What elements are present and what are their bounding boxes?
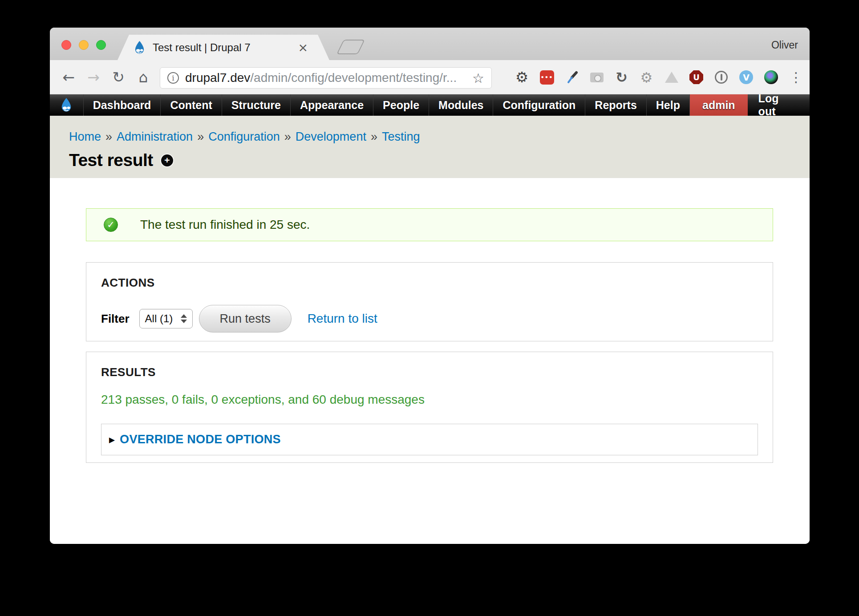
select-arrows-icon	[181, 314, 187, 323]
run-tests-button[interactable]: Run tests	[199, 305, 292, 332]
profile-name[interactable]: Oliver	[771, 39, 798, 51]
drupal-favicon-icon	[134, 41, 146, 54]
minimize-window-button[interactable]	[79, 40, 89, 50]
breadcrumb-development[interactable]: Development	[296, 130, 366, 143]
toolbar-item-reports[interactable]: Reports	[585, 94, 646, 116]
desktop-background: Test result | Drupal 7 × Oliver ← → ↻ ⌂ …	[0, 0, 859, 616]
eyedropper-icon[interactable]	[564, 70, 579, 85]
actions-fieldset: ACTIONS Filter All (1) Run tests Return …	[86, 262, 773, 341]
breadcrumb-home[interactable]: Home	[69, 130, 101, 143]
results-legend: RESULTS	[101, 365, 758, 379]
title-row: Test result +	[69, 150, 173, 170]
window-controls	[61, 40, 106, 50]
tab-strip: Test result | Drupal 7 × Oliver	[50, 28, 810, 60]
drupal-logo-icon[interactable]	[50, 94, 84, 116]
toolbar-logout[interactable]: Log out	[748, 94, 810, 116]
red-dots-badge: •••	[540, 70, 554, 85]
gear-wheel-icon[interactable]: ⚙	[639, 70, 654, 85]
drupal-admin-toolbar: Dashboard Content Structure Appearance P…	[50, 94, 810, 116]
camera-icon[interactable]	[589, 70, 604, 85]
main-content: ✓ The test run finished in 25 sec. ACTIO…	[50, 178, 810, 544]
override-node-options-link[interactable]: OVERRIDE NODE OPTIONS	[120, 433, 281, 446]
bookmark-star-icon[interactable]: ☆	[472, 70, 484, 86]
toolbar-item-appearance[interactable]: Appearance	[291, 94, 373, 116]
filter-select-value: All (1)	[145, 312, 181, 325]
new-tab-button[interactable]	[336, 40, 365, 54]
page-title: Test result	[69, 150, 153, 170]
status-message: ✓ The test run finished in 25 sec.	[86, 208, 773, 241]
toolbar-item-help[interactable]: Help	[647, 94, 690, 116]
results-fieldset: RESULTS 213 passes, 0 fails, 0 exception…	[86, 352, 773, 463]
toolbar-item-content[interactable]: Content	[161, 94, 222, 116]
reload-icon[interactable]: ↻	[110, 69, 126, 86]
collapsed-triangle-icon: ▶	[109, 435, 115, 444]
zoom-window-button[interactable]	[96, 40, 106, 50]
gear-icon[interactable]: ⚙	[515, 70, 529, 85]
breadcrumb-configuration[interactable]: Configuration	[208, 130, 280, 143]
tab-close-icon[interactable]: ×	[298, 41, 308, 54]
tab-title: Test result | Drupal 7	[153, 41, 298, 54]
toolbar-user-admin[interactable]: admin	[690, 94, 748, 116]
address-bar[interactable]: i drupal7.dev/admin/config/development/t…	[160, 67, 492, 89]
actions-row: Filter All (1) Run tests Return to list	[101, 305, 758, 332]
return-to-list-link[interactable]: Return to list	[308, 312, 377, 326]
browser-tab[interactable]: Test result | Drupal 7 ×	[118, 35, 329, 60]
toolbar-item-people[interactable]: People	[373, 94, 429, 116]
success-check-icon: ✓	[104, 218, 118, 232]
nav-buttons: ← → ↻ ⌂	[61, 60, 151, 94]
extensions-row: ⚙ ••• ↻ ⚙ U V ⋮	[515, 60, 803, 94]
url-path: /admin/config/development/testing/r...	[250, 71, 457, 85]
results-summary: 213 passes, 0 fails, 0 exceptions, and 6…	[101, 393, 758, 407]
close-window-button[interactable]	[61, 40, 71, 50]
status-message-text: The test run finished in 25 sec.	[140, 218, 310, 232]
sync-icon[interactable]: ↻	[614, 70, 629, 85]
actions-legend: ACTIONS	[101, 276, 758, 290]
breadcrumb-testing[interactable]: Testing	[382, 130, 420, 143]
filter-select[interactable]: All (1)	[139, 309, 193, 328]
url-host: drupal7.dev	[185, 71, 250, 85]
filter-label: Filter	[101, 312, 130, 326]
page-header: Home»Administration»Configuration»Develo…	[50, 116, 810, 178]
breadcrumb-separator: »	[284, 130, 291, 143]
circle-key-icon[interactable]	[714, 70, 729, 85]
back-icon[interactable]: ←	[61, 69, 77, 86]
breadcrumb: Home»Administration»Configuration»Develo…	[69, 130, 420, 144]
toolbar-item-structure[interactable]: Structure	[222, 94, 291, 116]
red-dots-icon[interactable]: •••	[539, 70, 554, 85]
home-icon[interactable]: ⌂	[135, 69, 151, 86]
page-info-icon[interactable]: i	[167, 72, 179, 84]
override-node-options-collapsible[interactable]: ▶ OVERRIDE NODE OPTIONS	[101, 424, 758, 455]
browser-window: Test result | Drupal 7 × Oliver ← → ↻ ⌂ …	[50, 28, 810, 544]
breadcrumb-separator: »	[105, 130, 112, 143]
lens-icon[interactable]	[764, 70, 778, 85]
breadcrumb-administration[interactable]: Administration	[117, 130, 193, 143]
browser-toolbar: ← → ↻ ⌂ i drupal7.dev/admin/config/devel…	[50, 60, 810, 94]
toolbar-item-configuration[interactable]: Configuration	[493, 94, 585, 116]
kebab-menu-icon[interactable]: ⋮	[789, 70, 803, 85]
u-octagon-icon[interactable]: U	[689, 70, 704, 85]
triangle-icon[interactable]	[664, 70, 679, 85]
breadcrumb-separator: »	[371, 130, 377, 143]
v-circle-icon[interactable]: V	[739, 70, 754, 85]
toolbar-item-dashboard[interactable]: Dashboard	[84, 94, 161, 116]
breadcrumb-separator: »	[197, 130, 204, 143]
url-text[interactable]: drupal7.dev/admin/config/development/tes…	[185, 71, 469, 85]
forward-icon: →	[85, 69, 101, 86]
toolbar-item-modules[interactable]: Modules	[429, 94, 493, 116]
add-shortcut-icon[interactable]: +	[161, 154, 173, 166]
